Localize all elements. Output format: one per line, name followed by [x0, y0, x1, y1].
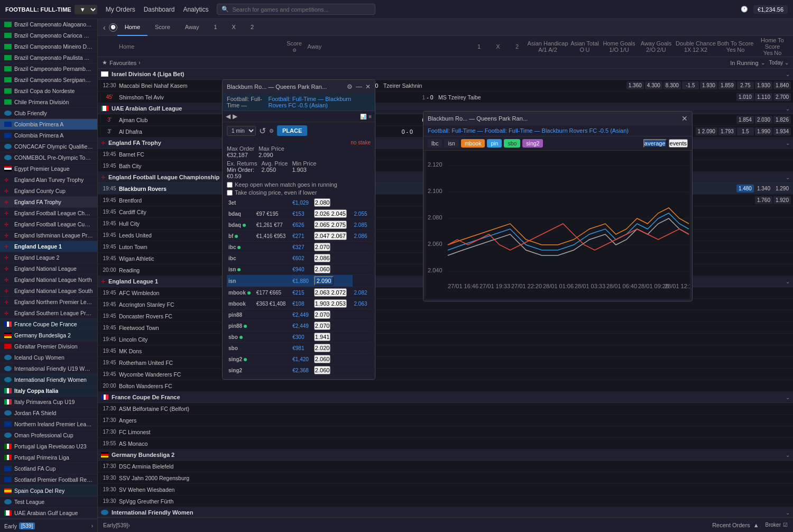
odd-1[interactable]: 1.760 [755, 196, 772, 204]
odds-row-3et[interactable]: 3et €1,029 2.080 [227, 197, 371, 208]
arrow-left[interactable]: ◀ [226, 113, 230, 120]
table-row[interactable]: 19:30 SV Wehen Wiesbaden [98, 484, 793, 496]
odds-row-bf[interactable]: bf €1,416 €953 €271 2.047 2.067 2.086 [227, 231, 371, 242]
tab-1[interactable]: 1 [206, 19, 224, 36]
sidebar-item-colombia-a2[interactable]: Colombia Primera A [0, 130, 97, 141]
odd-2[interactable]: 8.300 [663, 81, 681, 89]
sidebar-item-france-coupe[interactable]: France Coupe De France [0, 319, 97, 330]
odd-at[interactable]: 1.990 [755, 127, 772, 135]
sidebar-item-brazil-al[interactable]: Brazil Campeonato Alagoano (AL) [0, 19, 97, 30]
price-btn[interactable]: 2.070 [314, 322, 331, 330]
sidebar-footer[interactable]: Early [539] › [0, 519, 97, 532]
price-btn[interactable]: 2.063 2.072 [314, 288, 347, 297]
table-row[interactable]: 19:30 SSV Jahn 2000 Regensburg [98, 472, 793, 484]
price-btn[interactable]: 2.020 [314, 344, 331, 352]
sidebar-item-england-fa-trophy[interactable]: ✛ England FA Trophy [0, 197, 97, 208]
sidebar-item-uae[interactable]: UAE Arabian Gulf League [0, 508, 97, 519]
sidebar-item-conmebol[interactable]: CONMEBOL Pre-Olympic Tournament U23 [0, 152, 97, 163]
sidebar-item-england-national[interactable]: ✛ England National League [0, 263, 97, 274]
league-header-france[interactable]: France Coupe De France ⌄ [98, 392, 793, 403]
odd-2[interactable]: 1.826 [773, 116, 791, 124]
sidebar-item-colombia-a[interactable]: Colombia Primera A [0, 119, 97, 130]
odd-at1[interactable]: 2.75 [737, 81, 754, 89]
league-header-germany[interactable]: Germany Bundesliga 2 ⌄ [98, 450, 793, 461]
sidebar-item-chile[interactable]: Chile Primera División [0, 97, 97, 108]
bm-tab-pin[interactable]: pin [487, 139, 502, 148]
sidebar-item-england-county[interactable]: ✛ England County Cup [0, 186, 97, 197]
list-icon[interactable]: ≡ [368, 114, 372, 120]
sidebar-item-england-league2[interactable]: ✛ England League 2 [0, 252, 97, 263]
bm-tab-sbo[interactable]: sbo [504, 139, 520, 148]
analytics-link[interactable]: Analytics [183, 6, 208, 13]
sidebar-item-spain-copa[interactable]: Spain Copa Del Rey [0, 485, 97, 497]
table-row[interactable]: 19:45 Wycombe Wanderers FC [98, 369, 793, 380]
close-icon[interactable]: ✕ [365, 83, 371, 90]
odds-row-sing1[interactable]: sing2 €1,420 2.060 [227, 354, 371, 365]
sidebar-item-gibraltar[interactable]: Gibraltar Premier Division [0, 341, 97, 352]
user-balance[interactable]: €1,234.56 [753, 5, 788, 14]
events-btn[interactable]: events [669, 139, 688, 148]
odd-2[interactable]: 1.920 [773, 196, 791, 204]
table-row[interactable]: 45' Shimshon Tel Aviv 1 - 0 MS Tzeirey T… [98, 91, 793, 103]
table-row[interactable]: 19:45 Doncaster Rovers FC [98, 310, 793, 322]
chart-close-btn[interactable]: ✕ [681, 114, 688, 123]
sidebar-item-scotland-fa-cup[interactable]: Scotland FA Cup [0, 463, 97, 474]
odd-dc[interactable]: 1.934 [773, 127, 791, 135]
sidebar-item-brazil-mg[interactable]: Brazil Campeonato Mineiro Division 1 (MG… [0, 41, 97, 52]
sidebar-item-england-northern[interactable]: ✛ England Northern Premier League [0, 297, 97, 308]
tab-2[interactable]: 2 [243, 19, 261, 36]
table-row[interactable]: 19:45 Lincoln City [98, 334, 793, 345]
odd-ah[interactable]: 1.5 [737, 127, 754, 135]
sidebar-item-england-efl[interactable]: ✛ England Football League Cup (EFL) [0, 219, 97, 230]
minimize-icon[interactable]: — [356, 83, 362, 90]
in-running-filter[interactable]: In Running ⌄ [730, 60, 764, 66]
price-btn[interactable]: 2.026 2.045 [314, 209, 347, 218]
search-input[interactable] [232, 6, 371, 13]
brand-dropdown[interactable]: ▼ [75, 5, 97, 14]
sidebar-item-portugal-u23[interactable]: Portugal Liga Revelacao U23 [0, 441, 97, 452]
price-btn[interactable]: 2.047 2.067 [314, 232, 347, 240]
price-btn[interactable]: 2.060 [314, 366, 331, 374]
settings-icon[interactable]: ⚙ [347, 83, 353, 90]
sidebar-item-italy-primavera[interactable]: Italy Primavera Cup U19 [0, 397, 97, 408]
bm-tab-sing2[interactable]: sing2 [522, 139, 543, 148]
price-btn[interactable]: 2.060 [314, 355, 331, 363]
sidebar-item-concacaf[interactable]: CONCACAF Olympic Qualifiers Women [0, 141, 97, 152]
tab-score[interactable]: Score [147, 19, 178, 36]
sidebar-item-oman[interactable]: Oman Professional Cup [0, 430, 97, 441]
bm-tab-mbook[interactable]: mbook [461, 139, 485, 148]
odd-x[interactable]: 2.030 [755, 116, 772, 124]
odd-x[interactable]: 4.300 [645, 81, 662, 89]
table-row[interactable]: 17:30 ASM Belfortaine FC (Belfort) [98, 403, 793, 415]
tab-away[interactable]: Away [178, 19, 207, 36]
odd-ah1[interactable]: -1.5 [682, 81, 699, 89]
odds-row-sing2[interactable]: sing2 €2,368 2.060 [227, 365, 371, 376]
graph-icon[interactable]: 📊 [360, 114, 366, 120]
odds-row-pin2[interactable]: pin88 €2,449 2.070 [227, 320, 371, 332]
refresh-icon[interactable]: ↺ [259, 126, 266, 136]
odd-dc2[interactable]: 1.110 [755, 93, 772, 101]
table-row[interactable]: 17:30 Angers [98, 415, 793, 426]
odd-dc1[interactable]: 1.010 [736, 93, 754, 101]
odd-ah3[interactable]: 1.859 [718, 81, 736, 89]
odd-at3[interactable]: 1.840 [773, 81, 791, 89]
bm-tab-isn[interactable]: isn [444, 139, 458, 148]
table-row[interactable]: 19:45 Rotherham United FC [98, 357, 793, 369]
odd-ah2[interactable]: 1.930 [700, 81, 717, 89]
table-row[interactable]: 19:45 MK Dons [98, 345, 793, 357]
table-row[interactable]: 20:00 Bolton Wanderers FC [98, 380, 793, 392]
keep-open-checkbox[interactable] [227, 182, 233, 188]
sidebar-item-brazil-pe[interactable]: Brazil Campeonato Pernambucano (PE) [0, 63, 97, 75]
dashboard-link[interactable]: Dashboard [144, 6, 175, 13]
price-btn[interactable]: 2.060 [314, 265, 331, 273]
price-btn[interactable]: 2.086 [314, 254, 331, 262]
sidebar-item-northern-ireland[interactable]: Northern Ireland Premier League [0, 419, 97, 430]
odds-row-mbook1[interactable]: mbook €177 €665 €215 2.063 2.072 2.082 [227, 287, 371, 298]
odd-1[interactable]: 1.854 [736, 116, 754, 124]
expand-arrow[interactable]: › [128, 522, 130, 528]
sidebar-item-england-championship[interactable]: ✛ England Football League Championship [0, 208, 97, 219]
price-btn[interactable]: 1.941 [314, 333, 331, 341]
arrow-right[interactable]: ▶ [233, 113, 237, 120]
broker-checkbox[interactable]: ☑ [783, 522, 788, 528]
sidebar-item-brazil-sp[interactable]: Brazil Campeonato Paulista A3 (SP) [0, 52, 97, 63]
